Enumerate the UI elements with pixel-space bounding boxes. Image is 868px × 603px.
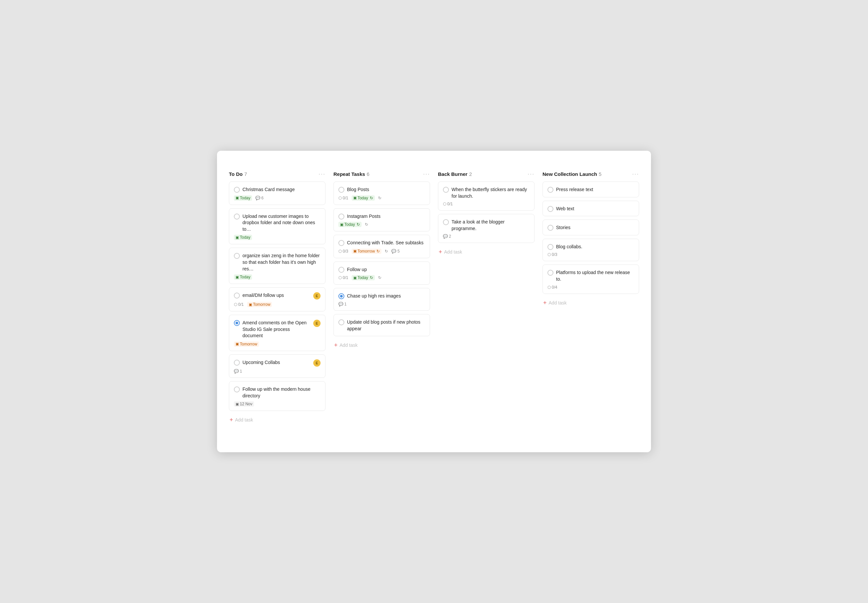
- column-menu-button[interactable]: ···: [528, 171, 535, 178]
- repeat-icon: ↻: [365, 222, 368, 227]
- task-checkbox[interactable]: [443, 219, 449, 225]
- due-tomorrow-badge: ▣ Tomorrow: [247, 302, 272, 307]
- column-header: Back Burner2···: [438, 171, 535, 178]
- card-row: Follow up with the modern house director…: [234, 386, 321, 399]
- card-meta: 💬1: [234, 369, 321, 374]
- task-title: Upload new customer images to dropbox fo…: [242, 213, 321, 233]
- task-card[interactable]: Platforms to upload the new release to.⬡…: [542, 264, 639, 294]
- calendar-icon: ▣: [236, 402, 239, 406]
- task-checkbox[interactable]: [234, 387, 240, 393]
- add-task-button[interactable]: +Add task: [542, 297, 639, 308]
- task-card[interactable]: Blog Posts⬡0/1▣ Today↻↻: [333, 181, 430, 205]
- task-card[interactable]: Connecting with Trade. See subtasks⬡0/3▣…: [333, 235, 430, 258]
- task-card[interactable]: Christmas Card message▣ Today💬6: [229, 181, 326, 205]
- add-task-button[interactable]: +Add task: [438, 246, 535, 258]
- plus-icon: +: [334, 342, 338, 348]
- subtask-count: ⬡0/1: [234, 302, 244, 307]
- task-checkbox[interactable]: [234, 187, 240, 193]
- card-row: Instagram Posts: [338, 213, 425, 220]
- task-checkbox[interactable]: [234, 360, 240, 366]
- task-checkbox[interactable]: [234, 213, 240, 220]
- task-card[interactable]: email/DM follow upsE⬡0/1▣ Tomorrow: [229, 287, 326, 311]
- comment-count: 💬2: [443, 234, 451, 239]
- task-card[interactable]: Follow up⬡0/1▣ Today↻↻: [333, 261, 430, 285]
- task-checkbox[interactable]: [234, 253, 240, 259]
- repeat-icon: ↻: [378, 196, 381, 200]
- task-card[interactable]: Follow up with the modern house director…: [229, 381, 326, 411]
- add-task-label: Add task: [549, 300, 567, 305]
- column-menu-button[interactable]: ···: [319, 171, 326, 178]
- avatar: E: [313, 359, 321, 366]
- card-row: Connecting with Trade. See subtasks: [338, 240, 425, 246]
- task-title: email/DM follow ups: [242, 292, 311, 299]
- task-card[interactable]: Upcoming CollabsE💬1: [229, 354, 326, 378]
- subtask-count: ⬡0/3: [547, 252, 557, 257]
- task-card[interactable]: Press release text: [542, 181, 639, 197]
- card-meta: ▣ Today: [234, 235, 321, 240]
- task-title: Stories: [556, 224, 634, 231]
- task-checkbox[interactable]: [547, 270, 553, 276]
- task-card[interactable]: Update old blog posts if new photos appe…: [333, 314, 430, 336]
- card-meta: ⬡0/1▣ Today↻↻: [338, 275, 425, 280]
- task-title: Take a look at the blogger programme.: [451, 219, 530, 232]
- task-card[interactable]: organize sian zeng in the home folder so…: [229, 247, 326, 284]
- task-card[interactable]: Stories: [542, 220, 639, 235]
- subtask-count: ⬡0/1: [443, 202, 453, 206]
- task-checkbox[interactable]: [338, 213, 344, 220]
- card-meta: ▣ Today: [234, 274, 321, 280]
- column-menu-button[interactable]: ···: [423, 171, 430, 178]
- task-checkbox[interactable]: [547, 225, 553, 231]
- due-today-badge: ▣ Today↻: [352, 195, 375, 201]
- task-card[interactable]: Amend comments on the Open Studio IG Sal…: [229, 315, 326, 351]
- subtask-icon: ⬡: [443, 202, 446, 206]
- avatar: E: [313, 320, 321, 327]
- task-card[interactable]: When the butterfly stickers are ready fo…: [438, 181, 535, 210]
- task-card[interactable]: Upload new customer images to dropbox fo…: [229, 208, 326, 245]
- card-row: Upload new customer images to dropbox fo…: [234, 213, 321, 233]
- task-card[interactable]: Chase up high res images💬1: [333, 288, 430, 311]
- task-checkbox[interactable]: [547, 187, 553, 193]
- comment-icon: 💬: [256, 196, 260, 200]
- task-card[interactable]: Take a look at the blogger programme.💬2: [438, 214, 535, 243]
- subtask-icon: ⬡: [547, 285, 551, 289]
- task-checkbox[interactable]: [338, 293, 344, 299]
- column-header: To Do7···: [229, 171, 326, 178]
- add-task-button[interactable]: +Add task: [229, 414, 326, 425]
- task-checkbox[interactable]: [338, 240, 344, 246]
- task-checkbox[interactable]: [234, 292, 240, 298]
- task-title: Web text: [556, 206, 634, 212]
- plus-icon: +: [543, 300, 547, 306]
- task-card[interactable]: Instagram Posts▣ Today↻↻: [333, 208, 430, 232]
- task-title: Chase up high res images: [347, 293, 425, 300]
- plus-icon: +: [439, 249, 442, 255]
- comment-count: 💬1: [338, 302, 347, 306]
- subtask-icon: ⬡: [338, 196, 342, 200]
- column-title-wrap: To Do7: [229, 171, 247, 177]
- task-checkbox[interactable]: [547, 206, 553, 212]
- column-title-wrap: Back Burner2: [438, 171, 472, 177]
- column-count: 7: [244, 171, 247, 177]
- card-meta: ▣ Tomorrow: [234, 342, 321, 347]
- task-title: Upcoming Collabs: [242, 359, 311, 366]
- comment-icon: 💬: [443, 234, 448, 239]
- column-title: To Do: [229, 171, 242, 177]
- card-meta: ⬡0/3▣ Tomorrow↻↻💬5: [338, 249, 425, 254]
- card-meta: ⬡0/3: [547, 252, 634, 257]
- task-checkbox[interactable]: [547, 244, 553, 250]
- column-menu-button[interactable]: ···: [632, 171, 639, 178]
- task-checkbox[interactable]: [338, 187, 344, 193]
- add-task-button[interactable]: +Add task: [333, 340, 430, 351]
- card-meta: ⬡0/1: [443, 202, 530, 206]
- task-card[interactable]: Blog collabs.⬡0/3: [542, 239, 639, 261]
- calendar-icon: ▣: [353, 196, 356, 200]
- due-today-badge: ▣ Today: [234, 195, 252, 201]
- task-card[interactable]: Web text: [542, 201, 639, 216]
- plus-icon: +: [229, 417, 233, 423]
- subtask-icon: ⬡: [234, 302, 237, 307]
- task-checkbox[interactable]: [338, 267, 344, 273]
- task-checkbox[interactable]: [234, 320, 240, 326]
- task-checkbox[interactable]: [338, 319, 344, 325]
- column-title: New Collection Launch: [542, 171, 597, 177]
- column-repeat: Repeat Tasks6···Blog Posts⬡0/1▣ Today↻↻I…: [333, 171, 430, 351]
- task-checkbox[interactable]: [443, 187, 449, 193]
